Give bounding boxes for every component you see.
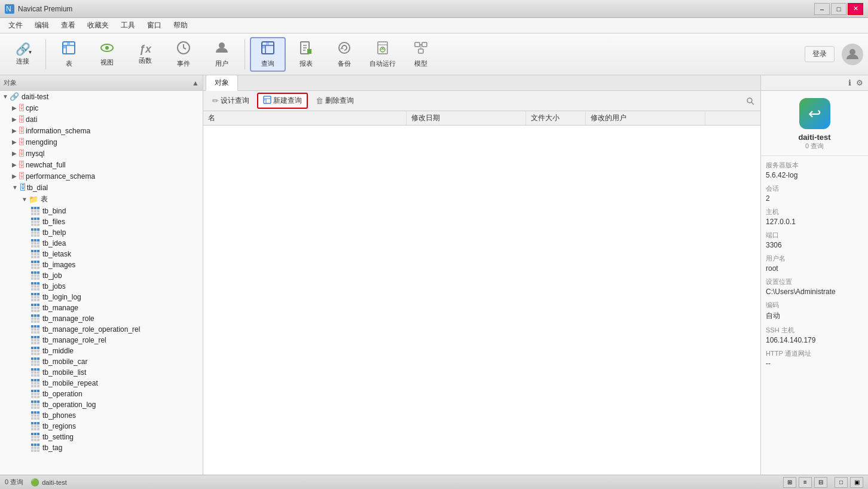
tree-item-tb-manage-role[interactable]: tb_manage_role [0,313,203,324]
tree-item-tb-mobile-repeat[interactable]: tb_mobile_repeat [0,378,203,389]
tree-item-dati[interactable]: ▶ 🗄 dati [0,114,203,125]
tree-item-tb-phones[interactable]: tb_phones [0,410,203,421]
info-icon-button[interactable]: ℹ [848,78,851,87]
tree-label-tb-operation-log: tb_operation_log [42,401,96,409]
minimize-button[interactable]: – [814,3,830,15]
toolbar-event[interactable]: 事件 [166,37,201,72]
tree-item-tb-mobile-list[interactable]: tb_mobile_list [0,367,203,378]
toolbar-report[interactable]: 报表 [288,37,324,72]
info-port: 端口 3306 [766,231,863,249]
tree-item-mengding[interactable]: ▶ 🗄 mengding [0,136,203,148]
menu-view[interactable]: 查看 [55,19,81,32]
menu-file[interactable]: 文件 [2,19,29,32]
tree-item-tb-bind[interactable]: tb_bind [0,206,203,216]
svg-rect-22 [307,49,311,54]
toolbar-query[interactable]: 查询 [250,37,286,72]
tree-item-daiti-test[interactable]: ▼ 🔗 daiti-test [0,91,203,102]
icon-view-button[interactable]: □ [835,477,848,488]
table-grid-icon-11 [31,314,39,323]
tree-item-tb-dial[interactable]: ▼ 🗄 tb_dial [0,182,203,193]
toolbar-connect[interactable]: 🔗 ▼ 连接 [5,37,41,72]
tree-label-tb-files: tb_files [42,218,65,226]
tree-item-tb-manage[interactable]: tb_manage [0,302,203,313]
table-grid-icon-9 [31,293,39,301]
table-grid-icon [31,207,39,215]
tab-bar: 对象 [203,75,760,91]
connection-query-count: 0 查询 [805,142,824,151]
tree-label-tb-bind: tb_bind [42,207,66,215]
login-button[interactable]: 登录 [805,46,835,62]
toolbar-function[interactable]: ƒx 函数 [127,37,163,72]
info-label-host: 主机 [766,207,863,216]
column-name-label: 名 [208,113,215,123]
db-icon-mysql: 🗄 [18,149,26,158]
menu-favorites[interactable]: 收藏夹 [81,19,115,32]
function-icon: ƒx [139,44,151,54]
tree-item-tb-regions[interactable]: tb_regions [0,421,203,432]
close-button[interactable]: ✕ [848,3,863,15]
info-label-settings-location: 设置位置 [766,277,863,286]
menu-tools[interactable]: 工具 [115,19,141,32]
toolbar-table[interactable]: 表 [51,37,87,72]
tree-item-cpic[interactable]: ▶ 🗄 cpic [0,102,203,114]
details-view-button[interactable]: ⊟ [814,477,827,488]
tree-item-tb-manage-role-operation-rel[interactable]: tb_manage_role_operation_rel [0,324,203,335]
info-value-settings-location: C:\Users\Administrate [766,288,863,296]
tree-label-daiti-test: daiti-test [22,93,48,101]
settings-icon-button[interactable]: ⚙ [856,78,863,87]
list-view-button[interactable]: ≡ [799,477,812,488]
event-icon [176,41,191,57]
toolbar-backup[interactable]: 备份 [326,37,362,72]
tree-item-tb-jobs[interactable]: tb_jobs [0,281,203,292]
model-label: 模型 [414,59,427,68]
tree-item-tb-idea[interactable]: tb_idea [0,238,203,249]
tree-item-tb-mobile-car[interactable]: tb_mobile_car [0,356,203,367]
tree-item-tables-folder[interactable]: ▼ 📁 表 [0,193,203,206]
new-query-button[interactable]: 新建查询 [257,93,308,109]
new-query-label: 新建查询 [273,96,302,106]
table-grid-icon-22 [31,433,39,441]
tree-item-mysql[interactable]: ▶ 🗄 mysql [0,148,203,159]
tree-item-tb-ietask[interactable]: tb_ietask [0,249,203,259]
tree-item-tb-setting[interactable]: tb_setting [0,432,203,442]
tree-item-tb-images[interactable]: tb_images [0,259,203,270]
tree-item-tb-job[interactable]: tb_job [0,270,203,281]
menu-help[interactable]: 帮助 [167,19,194,32]
maximize-button[interactable]: □ [831,3,846,15]
toolbar-model[interactable]: 模型 [403,37,439,72]
tree-item-tb-tag[interactable]: tb_tag [0,442,203,453]
tree-item-tb-operation[interactable]: tb_operation [0,389,203,399]
tree-item-tb-manage-role-rel[interactable]: tb_manage_role_rel [0,335,203,346]
tree-item-tb-login-log[interactable]: tb_login_log [0,292,203,302]
table-icon [62,41,76,57]
tree-item-tb-help[interactable]: tb_help [0,227,203,238]
autorun-icon [375,41,390,57]
connection-icon: 🔗 [10,92,19,101]
toolbar-user[interactable]: 用户 [204,37,240,72]
toolbar-view[interactable]: 视图 [89,37,125,72]
design-query-icon: ✏ [212,96,219,105]
tab-object[interactable]: 对象 [206,75,238,91]
grid-view-button[interactable]: ⊞ [783,477,796,488]
toolbar-autorun[interactable]: 自动运行 [365,37,401,72]
tree-item-information-schema[interactable]: ▶ 🗄 information_schema [0,125,203,136]
tree-label-tb-regions: tb_regions [42,422,76,430]
table-grid-icon-17 [31,379,39,387]
tree-item-performance-schema[interactable]: ▶ 🗄 performance_schema [0,170,203,182]
delete-query-button[interactable]: 🗑 删除查询 [310,93,359,108]
menu-edit[interactable]: 编辑 [29,19,55,32]
table-grid-icon-13 [31,336,39,344]
sidebar-collapse-btn[interactable]: ▲ [192,79,199,87]
svg-point-12 [219,42,225,48]
tree-item-tb-operation-log[interactable]: tb_operation_log [0,399,203,410]
compact-view-button[interactable]: ▣ [850,477,863,488]
tree-item-newchat-full[interactable]: ▶ 🗄 newchat_full [0,159,203,170]
expand-arrow-performance-schema: ▶ [12,173,17,179]
search-button[interactable] [744,94,757,108]
tree-item-tb-files[interactable]: tb_files [0,216,203,227]
toolbar-divider-1 [45,39,46,69]
tree-item-tb-middle[interactable]: tb_middle [0,346,203,356]
design-query-button[interactable]: ✏ 设计查询 [207,93,255,108]
info-value-encoding: 自动 [766,311,863,321]
menu-window[interactable]: 窗口 [141,19,167,32]
